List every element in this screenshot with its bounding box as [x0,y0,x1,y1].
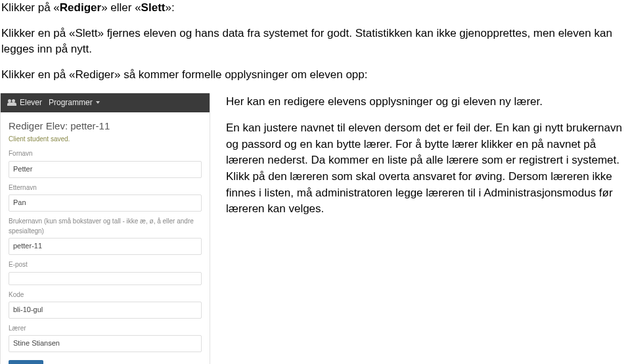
label-kode: Kode [9,290,202,300]
intro-para-3: Klikker en på «Rediger» så kommer formel… [1,67,629,83]
nav-elever[interactable]: Elever [7,97,42,108]
text: Klikker på « [1,1,60,14]
input-epost[interactable] [9,272,202,285]
bold-slett: Slett [141,1,166,14]
intro-para-2: Klikker en på «Slett» fjernes eleven og … [1,26,629,58]
edit-student-form: Elever Programmer Rediger Elev: petter-1… [0,93,210,364]
text: » eller « [101,1,141,14]
label-fornavn: Fornavn [9,149,202,159]
input-kode[interactable]: bli-10-gul [9,302,202,319]
flash-message: Client student saved. [9,135,202,145]
nav-elever-label: Elever [20,97,42,108]
right-para-1: Her kan en redigere elevens opplysninger… [226,94,630,110]
input-brukernavn[interactable]: petter-11 [9,238,202,255]
nav-programmer[interactable]: Programmer [49,97,100,108]
right-para-2: En kan justere navnet til eleven dersom … [226,120,630,217]
text: »: [165,1,174,14]
input-laerer[interactable]: Stine Stiansen [9,335,202,352]
chevron-down-icon [96,101,100,104]
form-title: Rediger Elev: petter-11 [9,119,202,133]
nav-programmer-label: Programmer [49,97,93,108]
label-brukernavn: Brukernavn (kun små bokstaver og tall - … [9,217,202,236]
people-icon [7,99,16,106]
label-etternavn: Etternavn [9,183,202,193]
form-nav: Elever Programmer [1,93,210,112]
label-laerer: Lærer [9,324,202,334]
intro-line-1: Klikker på «Rediger» eller «Slett»: [1,0,629,16]
input-fornavn[interactable]: Petter [9,161,202,178]
label-epost: E-post [9,260,202,270]
input-etternavn[interactable]: Pan [9,194,202,212]
save-button[interactable]: Save [9,360,43,364]
bold-rediger: Rediger [60,1,101,14]
